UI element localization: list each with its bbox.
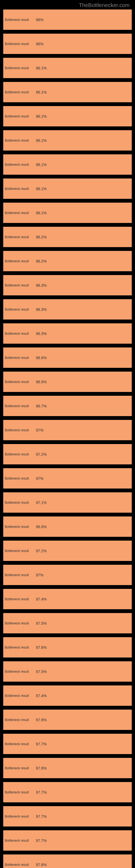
bar-track: 96.1%	[34, 130, 132, 151]
bar-label-cell: Bottleneck result	[3, 299, 34, 319]
bar-track: 97.5%	[34, 613, 132, 633]
bar-track: 97.7%	[34, 806, 132, 827]
bar-label: Bottleneck result	[5, 742, 29, 746]
bar-fill	[49, 685, 132, 706]
bar-value-cell: 96.1%	[34, 138, 49, 143]
bar-label: Bottleneck result	[5, 718, 29, 722]
bar-track: 96.1%	[34, 154, 132, 175]
bar-track: 97.7%	[34, 734, 132, 754]
bar-value-cell: 97.7%	[34, 742, 49, 746]
bar-fill	[49, 517, 132, 537]
bar-label-cell: Bottleneck result	[3, 517, 34, 537]
bar-label: Bottleneck result	[5, 380, 29, 384]
bar-label-cell: Bottleneck result	[3, 492, 34, 513]
bar-label-cell: Bottleneck result	[3, 179, 34, 199]
bar-value: 96.3%	[36, 307, 47, 312]
bar-fill	[49, 613, 132, 633]
bar-label-cell: Bottleneck result	[3, 661, 34, 682]
bar-value: 96.3%	[36, 332, 47, 336]
bar-value: 96.9%	[36, 380, 47, 384]
site-header: TheBottlenecker.com	[0, 0, 135, 9]
bar-track: 97%	[34, 468, 132, 489]
bar-value: 96.7%	[36, 404, 47, 408]
bar-value: 96.6%	[36, 355, 47, 360]
bar-track: 96.9%	[34, 517, 132, 537]
bar-fill	[49, 540, 132, 561]
bar-row: Bottleneck result96.1%	[3, 82, 132, 102]
bar-value-cell: 97.6%	[34, 863, 49, 867]
bar-row: Bottleneck result96.1%	[3, 58, 132, 78]
bar-value: 97.7%	[36, 742, 47, 746]
bar-track: 96.2%	[34, 227, 132, 247]
bar-track: 97.6%	[34, 855, 132, 868]
bar-fill	[49, 637, 132, 657]
bar-value-cell: 97%	[34, 573, 49, 577]
bar-label: Bottleneck result	[5, 646, 29, 649]
bar-row: Bottleneck result97.5%	[3, 661, 132, 682]
bar-row: Bottleneck result96%	[3, 34, 132, 54]
bar-value: 96.1%	[36, 211, 47, 215]
bar-label-cell: Bottleneck result	[3, 855, 34, 868]
bar-value-cell: 96.1%	[34, 211, 49, 215]
bar-value-cell: 96.1%	[34, 162, 49, 167]
bar-value: 96.9%	[36, 525, 47, 529]
bar-row: Bottleneck result96%	[3, 9, 132, 30]
bar-row: Bottleneck result97.1%	[3, 492, 132, 513]
bar-track: 96.9%	[34, 372, 132, 392]
bar-label: Bottleneck result	[5, 549, 29, 553]
bar-value: 96.1%	[36, 90, 47, 94]
bar-value: 96.1%	[36, 66, 47, 70]
bar-value: 96.1%	[36, 162, 47, 167]
bar-label: Bottleneck result	[5, 259, 29, 263]
bar-fill	[49, 444, 132, 464]
bar-value-cell: 96.3%	[34, 332, 49, 336]
bar-row: Bottleneck result96.2%	[3, 251, 132, 271]
bar-fill	[49, 372, 132, 392]
bar-fill	[49, 396, 132, 416]
bar-label: Bottleneck result	[5, 404, 29, 408]
bar-value: 96.1%	[36, 138, 47, 143]
bar-value: 97.6%	[36, 766, 47, 770]
bar-value: 97%	[36, 476, 43, 480]
bar-track: 97.6%	[34, 637, 132, 657]
bar-row: Bottleneck result96.9%	[3, 517, 132, 537]
bar-fill	[49, 492, 132, 513]
bar-value: 97.4%	[36, 693, 47, 698]
bar-value-cell: 96.3%	[34, 307, 49, 312]
bar-track: 97.7%	[34, 830, 132, 850]
bar-fill	[49, 565, 132, 585]
bar-fill	[49, 179, 132, 199]
bar-value: 97.6%	[36, 718, 47, 722]
bar-value-cell: 96.1%	[34, 114, 49, 119]
bar-value-cell: 96.1%	[34, 187, 49, 191]
bar-label-cell: Bottleneck result	[3, 444, 34, 464]
bar-row: Bottleneck result96.6%	[3, 347, 132, 368]
bottleneck-chart: Bottleneck result96%Bottleneck result96%…	[0, 9, 135, 868]
bar-track: 97%	[34, 420, 132, 440]
bar-track: 97.2%	[34, 444, 132, 464]
bar-value-cell: 96.2%	[34, 235, 49, 239]
bar-row: Bottleneck result97.7%	[3, 830, 132, 850]
bar-label: Bottleneck result	[5, 332, 29, 336]
bar-fill	[49, 830, 132, 850]
bar-label-cell: Bottleneck result	[3, 275, 34, 296]
bar-label: Bottleneck result	[5, 790, 29, 794]
bar-value: 96%	[36, 18, 43, 22]
bar-label-cell: Bottleneck result	[3, 782, 34, 802]
bar-label: Bottleneck result	[5, 694, 29, 698]
bar-fill	[49, 82, 132, 102]
bar-value: 97%	[36, 573, 43, 577]
bar-fill	[49, 661, 132, 682]
bar-value-cell: 97.6%	[34, 645, 49, 650]
bar-fill	[49, 323, 132, 344]
bar-row: Bottleneck result96.1%	[3, 203, 132, 223]
bar-row: Bottleneck result97.6%	[3, 637, 132, 657]
bar-value: 97.5%	[36, 670, 47, 674]
bar-row: Bottleneck result97.2%	[3, 444, 132, 464]
bar-track: 97.5%	[34, 661, 132, 682]
bar-label-cell: Bottleneck result	[3, 710, 34, 730]
bar-value-cell: 97.5%	[34, 670, 49, 674]
bar-track: 96.1%	[34, 106, 132, 126]
bar-fill	[49, 34, 132, 54]
bar-track: 97.4%	[34, 685, 132, 706]
